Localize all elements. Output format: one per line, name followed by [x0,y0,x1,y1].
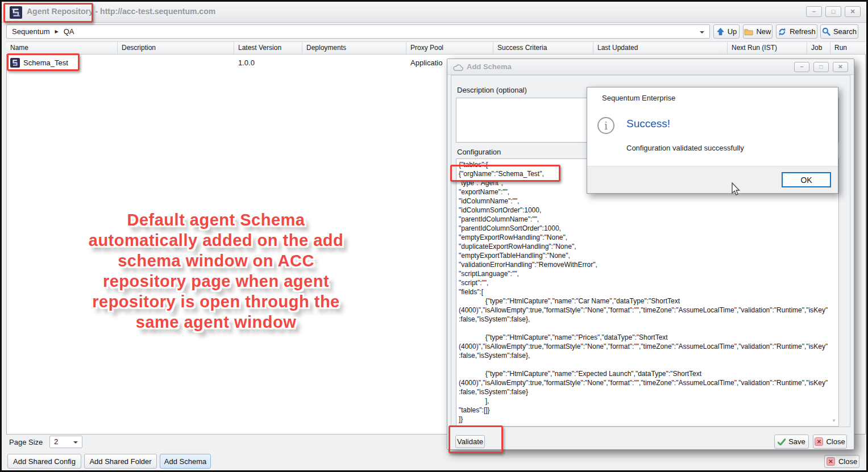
search-button[interactable]: Search [820,24,858,39]
dialog-minimize-icon[interactable]: – [794,62,809,72]
up-arrow-icon [716,27,725,36]
configuration-label: Configuration [457,148,501,156]
col-header-next-run[interactable]: Next Run (IST) [728,42,807,54]
scroll-down-icon[interactable]: ▼ [832,418,836,423]
table-header-row: Name Description Latest Version Deployme… [6,41,866,55]
col-header-success-criteria[interactable]: Success Criteria [493,42,593,54]
minimize-icon[interactable]: – [806,6,822,17]
close-x-icon: ✕ [815,437,823,446]
dialog-maximize-icon[interactable]: □ [813,62,829,72]
maximize-icon[interactable]: □ [825,6,841,17]
refresh-button[interactable]: Refresh [776,24,817,39]
new-button[interactable]: New [743,24,773,39]
col-header-run[interactable]: Run [830,42,866,54]
chevron-down-icon[interactable] [700,31,704,34]
cloud-icon [452,63,464,72]
annotation-box-validate [448,425,503,453]
message-box-title: Sequentum Enterprise [602,94,675,102]
col-header-deployments[interactable]: Deployments [302,42,406,54]
col-header-name[interactable]: Name [6,42,118,54]
breadcrumb-arrow-icon: ▶ [55,29,59,34]
main-titlebar: Agent Repository - http://acc-test.seque… [2,2,866,23]
ok-button[interactable]: OK [782,172,831,187]
page-size-select[interactable]: 2 [49,436,82,448]
success-heading: Success! [626,118,670,130]
close-icon[interactable]: ✕ [845,6,861,17]
dialog-title: Add Schema [467,62,512,71]
dialog-close-button[interactable]: ✕ Close [813,435,847,449]
add-schema-titlebar: Add Schema – □ ✕ [447,59,854,75]
message-box-footer: OK [587,166,838,193]
mouse-cursor [732,182,741,198]
breadcrumb-current: QA [64,27,74,36]
folder-icon [744,28,753,36]
col-header-latest-version[interactable]: Latest Version [234,42,302,54]
row-latest-version: 1.0.0 [234,59,302,67]
save-button[interactable]: Save [774,435,809,449]
check-icon [778,438,786,445]
agent-repository-window: Agent Repository - http://acc-test.seque… [0,0,868,472]
description-label: Description (optional) [457,86,527,94]
success-message-box: Sequentum Enterprise i Success! Configur… [587,87,838,194]
chevron-down-icon[interactable] [73,441,78,444]
success-message: Configuration validated successfully [626,144,744,152]
annotation-box-orgname [450,165,560,182]
page-size-label: Page Size [9,438,43,446]
col-header-last-updated[interactable]: Last Updated [593,42,728,54]
configuration-input[interactable]: {"tables":[ {"orgName":"Schema_Test", "t… [456,158,839,427]
add-schema-button[interactable]: Add Schema [160,454,211,469]
breadcrumb-root: Sequentum [12,27,50,36]
configuration-json: {"tables":[ {"orgName":"Schema_Test", "t… [459,160,829,424]
annotation-box-schema-row [7,53,80,71]
main-close-button[interactable]: ✕ Close [824,455,859,468]
dialog-close-icon[interactable]: ✕ [833,62,848,72]
col-header-job[interactable]: Job [807,42,830,54]
up-button[interactable]: Up [713,24,740,39]
add-shared-config-button[interactable]: Add Shared Config [7,454,81,469]
close-x-icon: ✕ [827,457,835,466]
search-icon [822,27,830,36]
col-header-proxy-pool[interactable]: Proxy Pool [406,42,493,54]
col-header-description[interactable]: Description [118,42,234,54]
annotation-box-title [3,3,93,23]
annotation-note: Default agent Schema automatically added… [68,210,364,332]
add-shared-folder-button[interactable]: Add Shared Folder [84,454,157,469]
repository-path-combobox[interactable]: Sequentum ▶ QA [6,24,710,39]
refresh-icon [778,27,787,36]
info-icon: i [597,117,614,134]
